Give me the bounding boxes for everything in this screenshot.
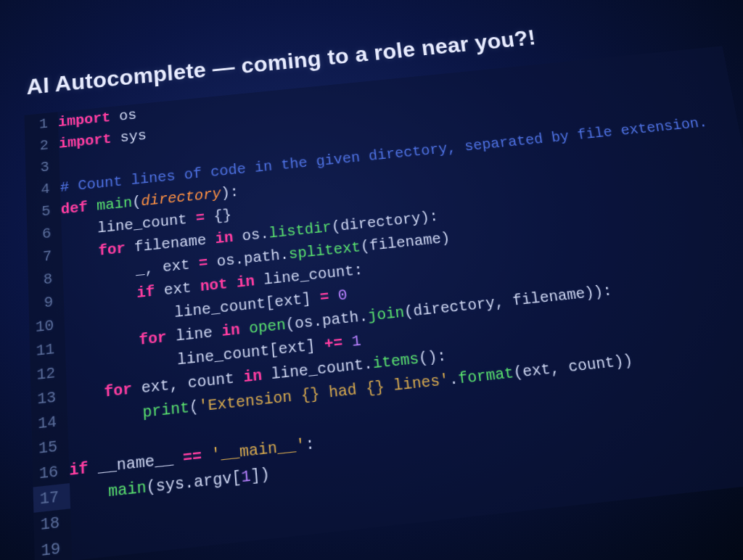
token-kw: not in [200,271,264,295]
line-number: 5 [26,199,61,225]
line-number: 9 [28,289,64,316]
token-fn: print [142,399,190,422]
line-number: 7 [28,244,63,270]
line-number: 12 [30,360,67,387]
line-number: 1 [24,112,58,136]
line-number: 15 [32,433,69,462]
line-number: 2 [25,133,59,158]
line-number: 18 [33,508,71,538]
token-fn: main [97,194,133,215]
token-fn: main [108,478,147,501]
token-mod: path [243,247,280,267]
token-kw: in [221,320,250,340]
line-number: 4 [26,176,61,202]
token-meth: join [367,304,406,325]
token-mod: os [216,252,236,271]
token-kw: in [215,228,243,247]
token-kw: == [182,446,212,468]
token-pun: (sys [146,474,185,498]
token-kw: = [198,253,217,272]
token-num: 0 [337,287,348,305]
line-number: 8 [28,266,64,293]
line-number: 16 [33,458,70,487]
token-var: argv[ [193,468,242,492]
line-number: 13 [30,384,67,412]
token-kw: for [98,239,135,260]
line-number: 14 [31,408,68,437]
token-meth: items [372,350,419,372]
token-mod: path [321,308,360,329]
token-pun: ]) [250,465,271,486]
token-kw: = [195,208,214,226]
token-var: ext [163,278,200,299]
token-pun: ): [221,184,239,202]
token-kw: in [243,366,272,387]
token-mod: sys [120,127,147,146]
token-kw: import [58,109,120,131]
token-kw: = [319,287,339,306]
token-pun: (): [418,347,448,367]
line-number: 19 [34,535,72,560]
token-kw: += [324,333,353,353]
token-kw: def [61,198,97,218]
line-number: 10 [29,313,65,340]
token-var: line [176,323,223,345]
token-meth: listdir [268,219,332,242]
line-number: 3 [25,155,60,180]
token-var [62,243,99,263]
code-editor: 1import os2import sys3 4# Count lines of… [24,46,743,560]
token-kw: for [139,328,176,350]
token-var [67,383,104,405]
token-mod: os [242,226,260,245]
token-kw: if [136,282,165,302]
token-kw: if [69,458,98,480]
token-fn: open [248,316,286,337]
token-kw: for [104,379,141,401]
token-num: 1 [351,332,362,351]
token-var [70,482,109,506]
token-pun: : [305,435,316,454]
token-meth: format [457,364,514,388]
line-number: 11 [30,336,66,363]
token-pun: (os [285,313,314,334]
token-pun: {} [213,207,232,225]
token-kw: import [59,130,121,152]
line-number: 6 [27,221,62,247]
line-number: 17 [33,483,71,513]
token-mod: os [119,107,137,124]
